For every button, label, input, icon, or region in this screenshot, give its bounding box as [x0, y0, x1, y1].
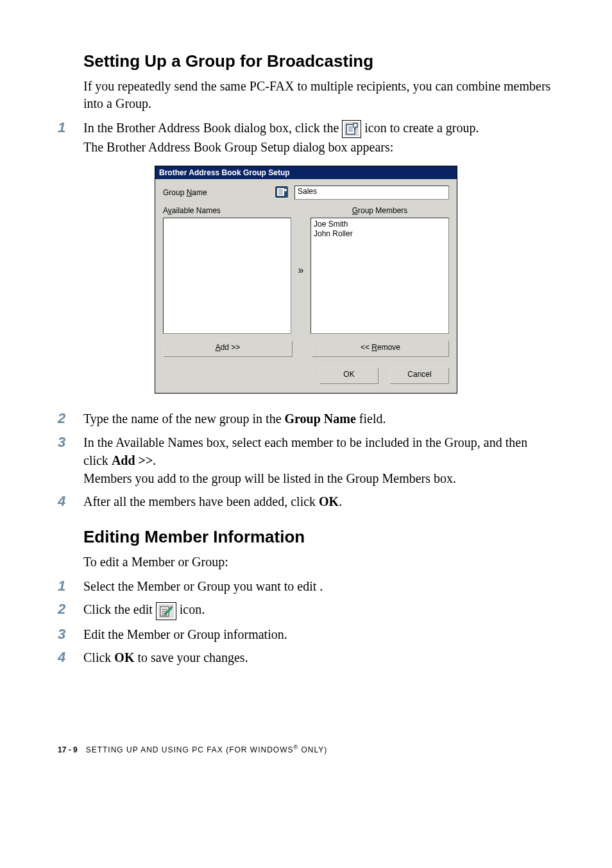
text: field.	[356, 412, 386, 426]
available-names-listbox[interactable]	[163, 218, 291, 334]
text: Group	[163, 188, 187, 197]
list-item[interactable]: John Roller	[314, 229, 446, 239]
group-name-label: Group Name	[163, 188, 269, 197]
text: The Brother Address Book Group Setup dia…	[83, 140, 393, 154]
create-group-icon	[342, 120, 361, 138]
text: .	[339, 494, 342, 508]
step-number: 3	[58, 433, 83, 452]
step-text: In the Brother Address Book dialog box, …	[83, 119, 554, 156]
step-text: Select the Member or Group you want to e…	[83, 577, 554, 595]
cancel-button[interactable]: Cancel	[390, 367, 449, 384]
step-number: 4	[58, 648, 83, 667]
step-number: 3	[58, 625, 83, 644]
step-number: 1	[58, 577, 83, 596]
text: A	[163, 206, 168, 215]
text: ONLY)	[298, 745, 327, 754]
text-bold: Group Name	[285, 412, 356, 426]
page-footer: 17 - 9 SETTING UP AND USING PC FAX (FOR …	[58, 744, 554, 754]
group-name-input[interactable]: Sales	[294, 186, 449, 200]
text: .	[153, 453, 156, 467]
text: <<	[361, 343, 371, 352]
text: emove	[377, 343, 400, 352]
text: Type the name of the new group in the	[83, 412, 285, 426]
edit-icon	[156, 602, 176, 620]
list-item[interactable]: Joe Smith	[314, 220, 446, 229]
group-members-listbox[interactable]: Joe Smith John Roller	[310, 218, 449, 334]
dialog-title-bar: Brother Address Book Group Setup	[155, 166, 457, 179]
step-text: After all the members have been added, c…	[83, 492, 554, 510]
step-number: 2	[58, 410, 83, 428]
text: icon.	[180, 602, 205, 616]
text: SETTING UP AND USING PC FAX (FOR WINDOWS	[86, 745, 294, 754]
step-text: Click OK to save your changes.	[83, 648, 554, 666]
text-bold: Add >>	[112, 453, 153, 467]
page-number: 17 - 9	[58, 745, 78, 754]
move-right-icon: »	[298, 265, 304, 276]
step-text: In the Available Names box, select each …	[83, 433, 554, 487]
section-heading-broadcasting: Setting Up a Group for Broadcasting	[83, 51, 554, 71]
text: icon to create a group.	[364, 121, 479, 135]
text: After all the members have been added, c…	[83, 494, 319, 508]
text: to save your changes.	[134, 650, 248, 664]
text: roup Members	[358, 206, 407, 215]
text: In the Brother Address Book dialog box, …	[83, 121, 342, 135]
text: A	[216, 343, 221, 352]
section-intro: If you repeatedly send the same PC-FAX t…	[83, 78, 554, 112]
available-names-label: Available Names	[163, 206, 291, 215]
group-members-label: Group Members	[310, 206, 449, 215]
text: dd >>	[221, 343, 241, 352]
step-text: Type the name of the new group in the Gr…	[83, 410, 554, 428]
text-bold: OK	[319, 494, 339, 508]
svg-point-10	[284, 189, 287, 191]
section-intro: To edit a Member or Group:	[83, 553, 554, 571]
add-button[interactable]: Add >>	[163, 340, 293, 357]
text: R	[371, 343, 377, 352]
text: G	[352, 206, 358, 215]
section-heading-editing: Editing Member Information	[83, 527, 554, 547]
group-icon	[269, 186, 294, 200]
text: Members you add to the group will be lis…	[83, 471, 456, 485]
text: Click	[83, 650, 114, 664]
step-text: Click the edit icon.	[83, 600, 554, 620]
step-number: 4	[58, 492, 83, 511]
ok-button[interactable]: OK	[319, 367, 378, 384]
text: ailable Names	[172, 206, 221, 215]
step-number: 1	[58, 119, 83, 137]
step-text: Edit the Member or Group information.	[83, 625, 554, 643]
text: Click the edit	[83, 602, 156, 616]
registered-mark: ®	[294, 744, 299, 751]
text: ame	[192, 188, 207, 197]
group-setup-dialog: Brother Address Book Group Setup Group N…	[155, 166, 457, 394]
remove-button[interactable]: << Remove	[312, 340, 449, 357]
text-bold: OK	[114, 650, 134, 664]
step-number: 2	[58, 600, 83, 619]
